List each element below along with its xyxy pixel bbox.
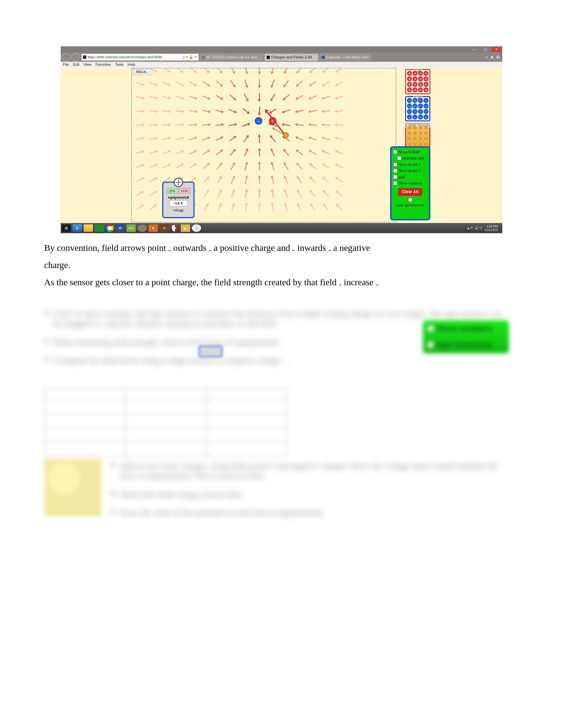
tab-online-lab[interactable]: 09. 5/24/16 Online Lab 01 and ... [199,54,263,61]
menu-tools[interactable]: Tools [115,62,124,68]
text-line3a: As the sensor gets closer to a point cha… [44,277,339,287]
window-close-button[interactable]: ✕ [492,47,501,52]
address-right-controls[interactable]: ρ ▾ 🔒 ↻ [182,55,198,59]
systray-icons[interactable]: ▴ 🏳 🔊 ░ [467,226,482,230]
mcafee-shield-icon[interactable]: M [171,224,179,232]
launcher-icon[interactable]: ⛯ [148,224,158,232]
checkbox-show-lo-res-v[interactable] [393,163,397,167]
equipotential-label: equipotential [163,195,193,200]
checkbox-grid[interactable] [393,175,397,179]
field-arrow [189,123,198,127]
blurred-preview-bottom: ●Add at least three charges, using both … [110,454,508,524]
menu-edit[interactable]: Edit [73,62,79,68]
field-arrow [258,93,261,102]
voltage-clear-button[interactable]: clear [179,188,190,194]
svg-text:M: M [173,226,176,230]
back-button[interactable]: ← [62,53,70,61]
menu-view[interactable]: View [83,62,92,68]
options-panel: Show E-field direction only Show lo-res … [390,146,430,220]
voltage-tool[interactable]: plot clear equipotential -3.6 V voltage [162,182,194,218]
placed-negative-charge[interactable]: – [255,117,262,125]
address-bar[interactable]: https:// phet.colorado.edu/sims/charges-… [81,54,198,60]
text-line2: charge. [44,260,70,270]
voltage-plot-button[interactable]: plot [166,188,178,194]
field-arrow [258,161,261,170]
text-line1b: a positive charge and [214,243,293,253]
option-label: Show lo-res V [399,162,422,167]
tab-favicon-icon [322,56,325,59]
field-arrow [162,123,171,127]
ie-icon[interactable]: e [73,224,82,232]
menu-file[interactable]: File [63,62,69,68]
window-maximize-button[interactable]: ▢ [481,47,490,52]
blank-post-outwards [209,250,211,251]
voltage-value: -3.6 V [169,200,187,206]
clear-all-button[interactable]: Clear All [398,188,422,196]
itunes-icon[interactable]: ♫ [192,224,201,232]
option-label: grid [399,174,405,180]
checkbox-show-numbers[interactable] [393,181,397,185]
blurred-text: Show the value of the potential on each … [120,508,324,518]
window-minimize-button[interactable]: — [470,47,479,52]
checkbox-show-e-field[interactable] [393,150,397,154]
taskbar-clock[interactable]: 1:04 PM 5/24/2016 [484,225,498,232]
store-icon[interactable] [95,224,104,232]
field-arrow [258,175,261,184]
blurred-text: Complete the table below using a single … [54,356,289,365]
browser-system-icons[interactable]: ⌂ ★ ⚙ [485,53,500,62]
option-label: direction only [403,156,425,161]
field-arrow [136,123,145,126]
window-titlebar: — ▢ ✕ [61,46,502,53]
forward-button[interactable]: → [71,53,79,61]
url-text: phet.colorado.edu/sims/charges-and-field… [97,55,182,59]
e-field-sensor[interactable] [283,132,289,138]
field-arrow [321,123,330,127]
app-icon-yellow[interactable]: ▶ [181,224,190,232]
file-explorer-icon[interactable] [84,224,93,232]
voltage-crosshair-icon[interactable] [174,178,183,187]
system-tray[interactable]: ▴ 🏳 🔊 ░ 1:04 PM 5/24/2016 [467,225,500,232]
tab-charges-and-fields[interactable]: Charges and Fields 2.04 × [264,54,319,61]
answer-outwards: outwards [173,243,206,253]
picture-icon[interactable] [137,224,147,232]
blank-post-increase [376,285,379,285]
tab-favicon-icon [267,56,270,59]
field-arrow [258,79,261,88]
field-arrow [335,123,344,127]
app-icon-brown[interactable]: ≡ [160,224,169,232]
menu-bar: File Edit View Favorites Tools Help [61,62,502,68]
gear-icon[interactable]: ⚙ [496,53,500,62]
menu-help[interactable]: Help [128,62,135,68]
word-icon[interactable]: W [115,224,125,232]
simulation-area[interactable]: About... + – 1 nC ++++++++++++++++ 1 nC … [61,68,502,223]
start-button-icon[interactable]: ⊞ [62,224,71,232]
hulu-icon[interactable]: hulu [126,224,136,232]
answer-increase: increase [344,277,373,287]
field-arrow [258,203,261,211]
checkbox-more-speed[interactable] [408,198,412,202]
blank-pre-inwards [292,250,295,251]
url-protocol: https:// [88,55,97,59]
star-icon[interactable]: ★ [490,53,494,62]
option-label: Show numbers [399,180,422,186]
blurred-plot-button [199,346,222,357]
tab-engrade[interactable]: Engrade - I Am Who I Am [319,54,371,61]
field-arrow [258,134,261,143]
blank-pre-increase [339,285,342,285]
field-arrow [258,148,261,157]
clock-date: 5/24/2016 [484,228,498,232]
field-arrow [175,123,184,127]
checkbox-direction-only[interactable] [397,156,401,160]
option-label: Show E-field [399,149,420,155]
document-text-block: By convention, field arrows point outwar… [44,239,508,291]
charge-source-positive[interactable]: 1 nC ++++++++++++++++ [405,69,430,94]
charge-source-sensors[interactable]: E-Field Sensors [405,123,430,148]
tab-close-icon[interactable]: × [314,55,316,59]
browser-header: ← → https:// phet.colorado.edu/sims/char… [61,53,502,62]
chrome-icon[interactable] [106,224,114,232]
charge-source-negative[interactable]: 1 nC –––––––––––––––– [405,96,430,121]
checkbox-show-hi-res-v[interactable] [393,169,397,173]
home-icon[interactable]: ⌂ [485,53,488,62]
menu-favorites[interactable]: Favorites [95,62,111,68]
blurred-text: Add at least three charges, using both p… [120,461,508,480]
